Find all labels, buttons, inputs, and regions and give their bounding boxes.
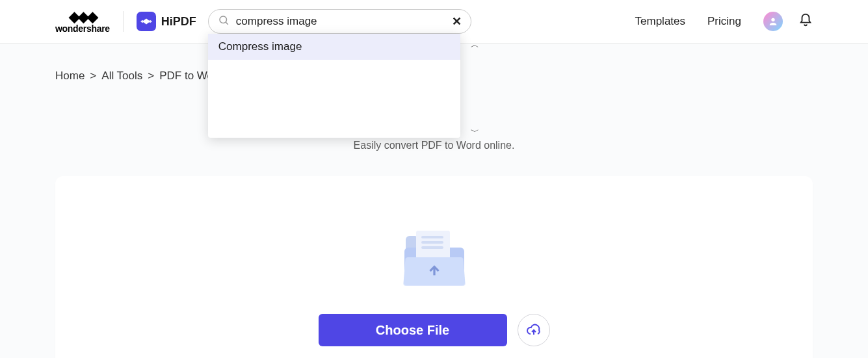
chevron-up-icon[interactable]: ︿ bbox=[471, 39, 479, 51]
breadcrumb-sep: > bbox=[90, 70, 96, 83]
search-wrap: ✕ Compress image ︿ ﹀ bbox=[208, 9, 471, 34]
bell-icon bbox=[798, 13, 813, 27]
hipdf-logo[interactable]: HiPDF bbox=[137, 12, 196, 31]
wondershare-text: wondershare bbox=[55, 24, 110, 33]
app-header: ◆◆◆ wondershare HiPDF ✕ Compress image ︿… bbox=[0, 0, 868, 44]
search-suggestions: Compress image bbox=[208, 34, 460, 138]
search-icon bbox=[218, 14, 230, 29]
folder-upload-icon bbox=[402, 225, 467, 285]
svg-point-5 bbox=[771, 18, 774, 21]
nav-pricing[interactable]: Pricing bbox=[707, 15, 741, 28]
page-subtitle: Easily convert PDF to Word online. bbox=[55, 140, 813, 151]
wondershare-logo[interactable]: ◆◆◆ wondershare bbox=[55, 10, 110, 33]
nav-templates[interactable]: Templates bbox=[635, 15, 685, 28]
clear-search-button[interactable]: ✕ bbox=[452, 14, 462, 29]
user-avatar[interactable] bbox=[763, 12, 783, 31]
hipdf-badge-icon bbox=[137, 12, 156, 31]
user-icon bbox=[768, 16, 778, 27]
suggestion-item[interactable]: Compress image bbox=[208, 34, 460, 60]
breadcrumb-sep: > bbox=[148, 70, 154, 83]
choose-file-button[interactable]: Choose File bbox=[319, 314, 507, 346]
notifications-button[interactable] bbox=[798, 13, 813, 30]
svg-point-3 bbox=[220, 16, 227, 23]
cloud-upload-button[interactable] bbox=[518, 314, 550, 346]
cloud-upload-icon bbox=[526, 322, 542, 338]
close-icon: ✕ bbox=[452, 15, 462, 28]
upload-actions: Choose File bbox=[319, 314, 550, 346]
hipdf-text: HiPDF bbox=[161, 15, 196, 29]
breadcrumb-home[interactable]: Home bbox=[55, 70, 85, 83]
header-divider bbox=[123, 11, 124, 32]
search-input[interactable] bbox=[230, 15, 452, 28]
chevron-down-icon[interactable]: ﹀ bbox=[471, 126, 479, 138]
svg-line-4 bbox=[226, 22, 228, 24]
search-bar[interactable]: ✕ bbox=[208, 9, 471, 34]
upload-card[interactable]: Choose File bbox=[55, 176, 813, 358]
wondershare-mark-icon: ◆◆◆ bbox=[69, 10, 96, 24]
breadcrumb-all-tools[interactable]: All Tools bbox=[101, 70, 142, 83]
